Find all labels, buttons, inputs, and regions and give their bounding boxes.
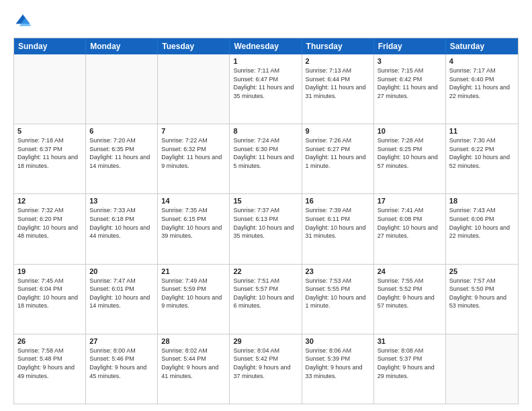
day-number: 10 [378,127,442,135]
day-number: 21 [161,267,226,275]
day-number: 18 [449,197,515,205]
weekday-header: Friday [374,38,446,54]
calendar-cell: 26Sunrise: 7:58 AMSunset: 5:48 PMDayligh… [14,334,86,404]
day-number: 31 [378,337,442,345]
calendar-cell: 9Sunrise: 7:26 AMSunset: 6:27 PMDaylight… [302,124,374,193]
cell-info: Sunrise: 8:06 AMSunset: 5:39 PMDaylight:… [306,347,370,380]
day-number: 4 [449,57,515,65]
calendar-cell: 8Sunrise: 7:24 AMSunset: 6:30 PMDaylight… [230,124,302,193]
day-number: 20 [89,267,154,275]
calendar-cell: 7Sunrise: 7:22 AMSunset: 6:32 PMDaylight… [158,124,230,193]
day-number: 9 [306,127,370,135]
cell-info: Sunrise: 7:53 AMSunset: 5:55 PMDaylight:… [306,277,370,310]
cell-info: Sunrise: 7:32 AMSunset: 6:20 PMDaylight:… [17,206,82,240]
calendar-cell: 2Sunrise: 7:13 AMSunset: 6:44 PMDaylight… [302,54,374,124]
weekday-header: Wednesday [230,38,302,54]
day-number: 24 [378,267,442,275]
page: SundayMondayTuesdayWednesdayThursdayFrid… [0,0,532,411]
calendar-row: 1Sunrise: 7:11 AMSunset: 6:47 PMDaylight… [14,54,518,124]
calendar-cell: 1Sunrise: 7:11 AMSunset: 6:47 PMDaylight… [230,54,302,124]
calendar-cell: 18Sunrise: 7:43 AMSunset: 6:06 PMDayligh… [446,194,518,263]
cell-info: Sunrise: 7:30 AMSunset: 6:22 PMDaylight:… [449,136,515,170]
cell-info: Sunrise: 7:45 AMSunset: 6:04 PMDaylight:… [17,277,82,310]
cell-info: Sunrise: 7:57 AMSunset: 5:50 PMDaylight:… [449,277,515,310]
calendar-cell: 12Sunrise: 7:32 AMSunset: 6:20 PMDayligh… [14,194,86,263]
cell-info: Sunrise: 7:33 AMSunset: 6:18 PMDaylight:… [89,206,154,240]
cell-info: Sunrise: 7:18 AMSunset: 6:37 PMDaylight:… [17,136,82,170]
calendar-row: 19Sunrise: 7:45 AMSunset: 6:04 PMDayligh… [14,265,518,334]
day-number: 25 [449,267,515,275]
calendar-cell: 27Sunrise: 8:00 AMSunset: 5:46 PMDayligh… [86,334,158,404]
calendar-cell: 14Sunrise: 7:35 AMSunset: 6:15 PMDayligh… [158,194,230,263]
calendar-cell: 16Sunrise: 7:39 AMSunset: 6:11 PMDayligh… [302,194,374,263]
cell-info: Sunrise: 8:00 AMSunset: 5:46 PMDaylight:… [89,347,154,380]
calendar-body: 1Sunrise: 7:11 AMSunset: 6:47 PMDaylight… [14,54,518,404]
cell-info: Sunrise: 7:51 AMSunset: 5:57 PMDaylight:… [233,277,298,310]
calendar-cell: 19Sunrise: 7:45 AMSunset: 6:04 PMDayligh… [14,265,86,334]
calendar-row: 5Sunrise: 7:18 AMSunset: 6:37 PMDaylight… [14,124,518,194]
day-number: 28 [161,337,226,345]
calendar-cell: 30Sunrise: 8:06 AMSunset: 5:39 PMDayligh… [302,334,374,404]
calendar-cell: 20Sunrise: 7:47 AMSunset: 6:01 PMDayligh… [86,265,158,334]
day-number: 19 [17,267,82,275]
day-number: 14 [161,197,226,205]
calendar-cell: 29Sunrise: 8:04 AMSunset: 5:42 PMDayligh… [230,334,302,404]
day-number: 1 [233,57,298,65]
cell-info: Sunrise: 7:49 AMSunset: 5:59 PMDaylight:… [161,277,226,310]
day-number: 3 [378,57,442,65]
calendar-cell: 28Sunrise: 8:02 AMSunset: 5:44 PMDayligh… [158,334,230,404]
cell-info: Sunrise: 7:26 AMSunset: 6:27 PMDaylight:… [306,136,370,170]
cell-info: Sunrise: 7:47 AMSunset: 6:01 PMDaylight:… [89,277,154,310]
calendar-cell: 21Sunrise: 7:49 AMSunset: 5:59 PMDayligh… [158,265,230,334]
cell-info: Sunrise: 7:15 AMSunset: 6:42 PMDaylight:… [378,66,442,100]
cell-info: Sunrise: 7:35 AMSunset: 6:15 PMDaylight:… [161,206,226,240]
cell-info: Sunrise: 7:37 AMSunset: 6:13 PMDaylight:… [233,206,298,240]
day-number: 22 [233,267,298,275]
cell-info: Sunrise: 7:20 AMSunset: 6:35 PMDaylight:… [89,136,154,170]
weekday-header: Monday [86,38,158,54]
cell-info: Sunrise: 7:17 AMSunset: 6:40 PMDaylight:… [449,66,515,100]
weekday-header: Sunday [14,38,86,54]
cell-info: Sunrise: 8:04 AMSunset: 5:42 PMDaylight:… [233,347,298,380]
cell-info: Sunrise: 7:41 AMSunset: 6:08 PMDaylight:… [378,206,442,240]
cell-info: Sunrise: 7:24 AMSunset: 6:30 PMDaylight:… [233,136,298,170]
day-number: 15 [233,197,298,205]
weekday-header: Saturday [446,38,518,54]
day-number: 12 [17,197,82,205]
calendar-cell: 3Sunrise: 7:15 AMSunset: 6:42 PMDaylight… [374,54,446,124]
cell-info: Sunrise: 8:02 AMSunset: 5:44 PMDaylight:… [161,347,226,380]
day-number: 2 [306,57,370,65]
day-number: 23 [306,267,370,275]
day-number: 27 [89,337,154,345]
cell-info: Sunrise: 7:43 AMSunset: 6:06 PMDaylight:… [449,206,515,240]
calendar-cell: 22Sunrise: 7:51 AMSunset: 5:57 PMDayligh… [230,265,302,334]
calendar-cell: 24Sunrise: 7:55 AMSunset: 5:52 PMDayligh… [374,265,446,334]
header [13,12,519,31]
calendar: SundayMondayTuesdayWednesdayThursdayFrid… [13,38,519,404]
day-number: 6 [89,127,154,135]
calendar-cell: 23Sunrise: 7:53 AMSunset: 5:55 PMDayligh… [302,265,374,334]
calendar-cell: 31Sunrise: 8:08 AMSunset: 5:37 PMDayligh… [374,334,446,404]
cell-info: Sunrise: 7:11 AMSunset: 6:47 PMDaylight:… [233,66,298,100]
day-number: 30 [306,337,370,345]
cell-info: Sunrise: 7:39 AMSunset: 6:11 PMDaylight:… [306,206,370,240]
calendar-cell [446,334,518,404]
calendar-cell: 25Sunrise: 7:57 AMSunset: 5:50 PMDayligh… [446,265,518,334]
weekday-header: Thursday [302,38,374,54]
day-number: 16 [306,197,370,205]
calendar-cell: 4Sunrise: 7:17 AMSunset: 6:40 PMDaylight… [446,54,518,124]
calendar-row: 12Sunrise: 7:32 AMSunset: 6:20 PMDayligh… [14,194,518,264]
calendar-cell [158,54,230,124]
calendar-cell: 17Sunrise: 7:41 AMSunset: 6:08 PMDayligh… [374,194,446,263]
calendar-cell: 11Sunrise: 7:30 AMSunset: 6:22 PMDayligh… [446,124,518,193]
day-number: 8 [233,127,298,135]
cell-info: Sunrise: 8:08 AMSunset: 5:37 PMDaylight:… [378,347,442,380]
cell-info: Sunrise: 7:55 AMSunset: 5:52 PMDaylight:… [378,277,442,310]
day-number: 13 [89,197,154,205]
calendar-cell: 15Sunrise: 7:37 AMSunset: 6:13 PMDayligh… [230,194,302,263]
logo [13,12,35,31]
cell-info: Sunrise: 7:22 AMSunset: 6:32 PMDaylight:… [161,136,226,170]
day-number: 26 [17,337,82,345]
calendar-cell: 10Sunrise: 7:28 AMSunset: 6:25 PMDayligh… [374,124,446,193]
day-number: 17 [378,197,442,205]
